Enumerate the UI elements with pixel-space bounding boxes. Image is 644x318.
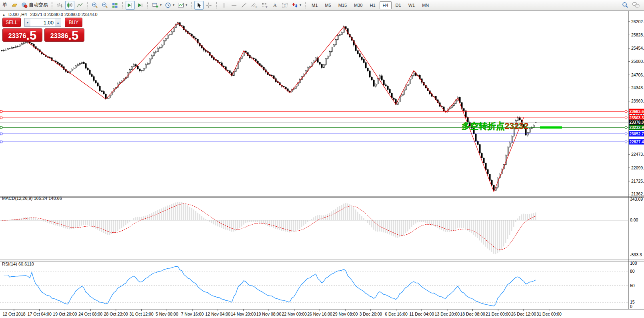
svg-text:多空转折点23232: 多空转折点23232 (462, 121, 528, 131)
new-chart-button[interactable]: ▾ (151, 1, 163, 10)
toolbar-grip (87, 2, 88, 8)
indicators-button[interactable]: ▾ (176, 1, 188, 10)
chart-shift-button[interactable] (126, 1, 135, 10)
svg-text:21 Dec 00:00: 21 Dec 00:00 (486, 312, 511, 316)
timeframe-toolbar: M1M5M15M30H1H4D1W1MN (308, 1, 432, 9)
svg-text:23232.9: 23232.9 (630, 125, 644, 130)
toolbar-grip (216, 2, 217, 8)
trendline-button[interactable] (240, 1, 249, 10)
chart-title: ▲ DJ30-,H4 23371.0 23380.0 23360.0 23378… (2, 12, 98, 17)
svg-text:28 Oct 23:00: 28 Oct 23:00 (104, 312, 128, 316)
svg-text:0.00: 0.00 (630, 217, 638, 222)
timeframe-button-m1[interactable]: M1 (308, 1, 321, 9)
crosshair-button[interactable] (204, 1, 214, 10)
svg-text:F: F (266, 5, 268, 8)
svg-text:23503.3: 23503.3 (630, 116, 644, 120)
timeframe-button-h1[interactable]: H1 (366, 1, 378, 9)
toolbar-grip (147, 2, 148, 8)
svg-text:A: A (273, 2, 277, 8)
svg-text:80: 80 (630, 269, 635, 274)
equidistant-channel-icon: E (251, 2, 258, 8)
gold-button[interactable] (10, 1, 19, 10)
chat-icon (632, 2, 640, 8)
svg-text:29 Nov 08:00: 29 Nov 08:00 (333, 312, 358, 316)
toolbar-grip (191, 2, 192, 8)
one-click-trading-panel: SELL ▼ ▲ BUY 23376.5 23386.5 (2, 18, 85, 42)
timeframe-button-m15[interactable]: M15 (335, 1, 350, 9)
zoom-in-button[interactable] (90, 1, 100, 10)
svg-text:22 Nov 00:00: 22 Nov 00:00 (282, 312, 307, 316)
text-icon: A (272, 2, 278, 8)
zoom-out-button[interactable] (100, 1, 110, 10)
svg-text:14 Nov 20:00: 14 Nov 20:00 (231, 312, 256, 316)
new-order-button[interactable]: 单 (0, 1, 9, 10)
line-chart-icon (76, 2, 83, 8)
timeframe-button-h4[interactable]: H4 (380, 1, 392, 9)
chart-canvas[interactable]: 多空转折点2323226202.025828.025454.025080.024… (0, 0, 644, 318)
volume-increase-button[interactable]: ▲ (55, 18, 61, 26)
clock-icon (165, 2, 172, 8)
cursor-button[interactable] (194, 1, 204, 10)
bar-chart-icon (56, 2, 63, 8)
tile-windows-button[interactable] (110, 1, 120, 10)
svg-text:23683.6: 23683.6 (630, 109, 644, 114)
vertical-line-button[interactable] (220, 1, 229, 10)
search-button[interactable] (620, 1, 630, 10)
svg-text:26202.0: 26202.0 (631, 19, 644, 24)
bar-chart-button[interactable] (55, 1, 64, 10)
svg-text:6 Dec 16:00: 6 Dec 16:00 (385, 312, 408, 316)
svg-text:12 Nov 04:00: 12 Nov 04:00 (205, 312, 230, 316)
svg-text:E: E (256, 5, 258, 8)
sell-price-main: 23376 (8, 32, 26, 40)
volume-input[interactable] (30, 18, 55, 26)
zoom-in-icon (92, 2, 98, 8)
collapse-panel-icon[interactable]: ▲ (2, 13, 5, 16)
vertical-line-icon (221, 2, 228, 8)
periods-button[interactable]: ▾ (164, 1, 176, 10)
line-chart-button[interactable] (75, 1, 84, 10)
gold-bar-icon (11, 2, 18, 8)
buy-button[interactable]: BUY (65, 18, 82, 27)
chart-symbol-period: DJ30-,H4 (8, 12, 27, 17)
text-button[interactable]: A (270, 1, 280, 10)
trade-controls-row: SELL ▼ ▲ BUY (2, 18, 85, 27)
svg-text:22473.0: 22473.0 (631, 152, 644, 157)
auto-scroll-icon (137, 2, 144, 8)
auto-trading-button[interactable]: 自动交易 (20, 1, 49, 10)
dropdown-caret: ▾ (186, 3, 187, 7)
buy-price-main: 23386 (50, 32, 68, 40)
chat-button[interactable] (631, 1, 641, 10)
timeframe-button-mn[interactable]: MN (419, 1, 432, 9)
buy-price-display[interactable]: 23386.5 (44, 28, 84, 42)
svg-text:21725.0: 21725.0 (631, 179, 644, 183)
timeframe-button-w1[interactable]: W1 (405, 1, 418, 9)
toolbar-grip (52, 2, 53, 8)
new-chart-icon (152, 2, 159, 8)
svg-text:T: T (284, 3, 286, 7)
sell-price-display[interactable]: 23376.5 (2, 28, 42, 42)
svg-text:19 Nov 08:00: 19 Nov 08:00 (256, 312, 282, 316)
svg-text:19 Oct 20:00: 19 Oct 20:00 (53, 312, 77, 316)
svg-text:343.69: 343.69 (630, 197, 643, 201)
auto-scroll-button[interactable] (136, 1, 145, 10)
candlestick-chart-button[interactable] (65, 1, 74, 10)
auto-trading-label: 自动交易 (29, 2, 48, 8)
dropdown-caret: ▾ (160, 3, 162, 7)
volume-decrease-button[interactable]: ▼ (25, 18, 30, 26)
rsi-indicator-label: RSI(14) 60.6110 (2, 262, 34, 266)
text-label-button[interactable]: T (280, 1, 290, 10)
svg-text:25454.0: 25454.0 (631, 46, 644, 50)
arrow-tools-button[interactable]: ▾ (290, 1, 302, 10)
search-icon (622, 2, 629, 8)
svg-text:23378.0: 23378.0 (630, 120, 644, 125)
fibonacci-button[interactable]: F (260, 1, 270, 10)
svg-text:3 Dec 20:00: 3 Dec 20:00 (359, 312, 382, 316)
timeframe-button-d1[interactable]: D1 (392, 1, 404, 9)
equidistant-channel-button[interactable]: E (250, 1, 259, 10)
timeframe-button-m5[interactable]: M5 (322, 1, 334, 9)
sell-button[interactable]: SELL (2, 18, 21, 27)
horizontal-line-button[interactable] (230, 1, 239, 10)
svg-text:11 Dec 04:00: 11 Dec 04:00 (409, 312, 434, 316)
svg-text:13 Dec 20:00: 13 Dec 20:00 (435, 312, 460, 316)
timeframe-button-m30[interactable]: M30 (351, 1, 366, 9)
